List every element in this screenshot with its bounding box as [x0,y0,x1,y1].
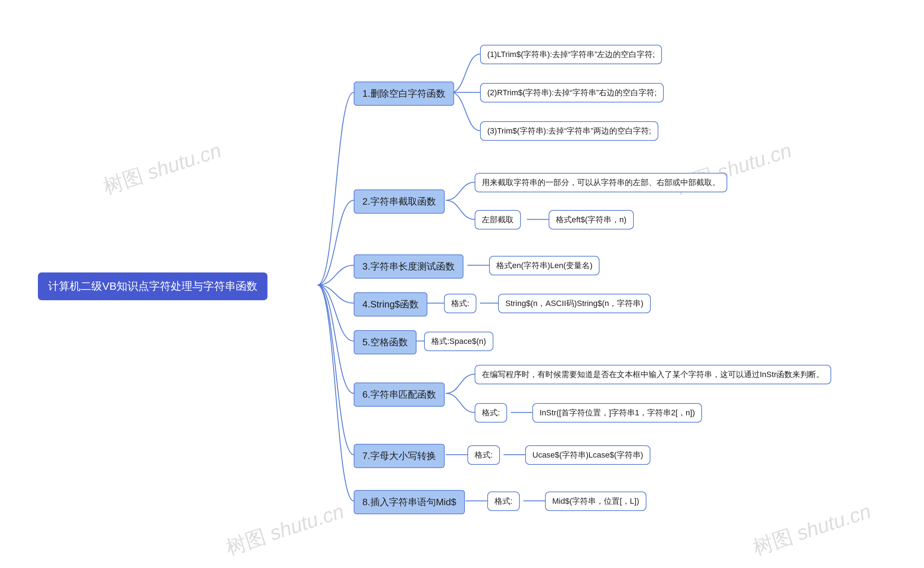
watermark: 树图 shutu.cn [223,498,348,562]
watermark: 树图 shutu.cn [100,137,225,201]
watermark: 树图 shutu.cn [750,498,874,562]
branch-1: 1.删除空白字符函数 [354,82,454,106]
branch-6: 6.字符串匹配函数 [354,382,445,407]
branch-7-child-1-1: Ucase$(字符串)Lcase$(字符串) [525,445,650,465]
branch-6-child-2: 格式: [475,403,507,423]
branch-7: 7.字母大小写转换 [354,444,445,468]
branch-8: 8.插入字符串语句Mid$ [354,490,465,514]
branch-1-child-3: (3)Trim$(字符串):去掉“字符串”两边的空白字符; [480,121,658,141]
branch-4: 4.String$函数 [354,292,427,316]
branch-8-child-1-1: Mid$(字符串，位置[，L]) [545,491,646,511]
branch-1-child-1: (1)LTrim$(字符串):去掉“字符串”左边的空白字符; [480,45,662,64]
branch-2-child-2-1: 格式eft$(字符串，n) [549,210,634,230]
branch-1-child-2: (2)RTrim$(字符串):去掉“字符串”右边的空白字符; [480,83,664,103]
root-node: 计算机二级VB知识点字符处理与字符串函数 [38,272,268,300]
branch-5-child-1: 格式:Space$(n) [424,332,493,351]
branch-2: 2.字符串截取函数 [354,189,445,214]
branch-4-child-1: 格式: [444,294,476,313]
branch-8-child-1: 格式: [487,491,520,511]
branch-3-child-1: 格式en(字符串)Len(变量名) [489,256,599,275]
branch-4-child-1-1: String$(n，ASCII码)String$(n，字符串) [498,294,651,313]
branch-6-child-1: 在编写程序时，有时候需要知道是否在文本框中输入了某个字符串，这可以通过InStr… [475,365,831,384]
branch-3: 3.字符串长度测试函数 [354,254,463,279]
branch-7-child-1: 格式: [467,445,500,465]
branch-6-child-2-1: InStr([首字符位置，]字符串1，字符串2[，n]) [532,403,702,423]
branch-2-child-1: 用来截取字符串的一部分，可以从字符串的左部、右部或中部截取。 [475,173,727,192]
branch-5: 5.空格函数 [354,330,416,354]
branch-2-child-2: 左部截取 [475,210,521,230]
